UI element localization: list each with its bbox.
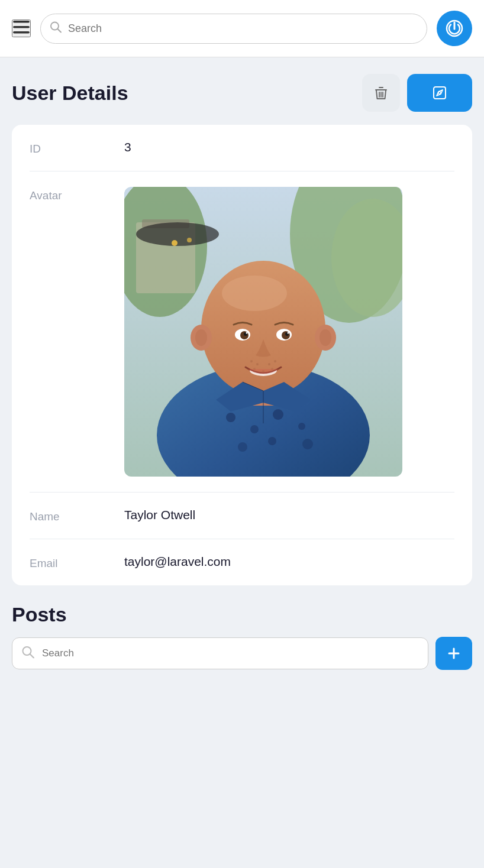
name-value: Taylor Otwell (124, 508, 195, 522)
svg-point-53 (195, 329, 207, 346)
email-row: Email taylor@laravel.com (30, 539, 454, 585)
svg-point-46 (268, 363, 270, 365)
page-header: User Details (12, 74, 472, 112)
search-container (40, 14, 427, 44)
edit-icon (431, 85, 448, 101)
email-value: taylor@laravel.com (124, 555, 231, 569)
hamburger-menu-button[interactable] (12, 20, 31, 37)
svg-point-42 (246, 332, 248, 334)
svg-rect-1 (13, 26, 30, 28)
avatar-row: Avatar (30, 171, 454, 493)
svg-point-29 (268, 437, 276, 445)
id-row: ID 3 (30, 125, 454, 171)
app-header (0, 0, 484, 57)
posts-search-input[interactable] (12, 637, 428, 669)
email-label: Email (30, 555, 124, 570)
search-input[interactable] (40, 14, 427, 44)
user-detail-card: ID 3 Avatar (12, 125, 472, 585)
svg-rect-7 (375, 89, 387, 90)
svg-point-47 (274, 360, 276, 362)
svg-rect-12 (434, 87, 446, 99)
svg-rect-8 (379, 87, 383, 88)
delete-button[interactable] (362, 74, 400, 112)
id-label: ID (30, 140, 124, 156)
plus-icon (447, 646, 461, 660)
posts-title: Posts (12, 603, 472, 626)
avatar-label: Avatar (30, 187, 124, 202)
svg-point-26 (273, 409, 283, 420)
name-label: Name (30, 508, 124, 523)
name-row: Name Taylor Otwell (30, 493, 454, 539)
edit-button[interactable] (407, 74, 472, 112)
page-content: User Details (0, 57, 484, 682)
svg-point-24 (226, 413, 235, 422)
posts-search-container (12, 637, 428, 669)
svg-point-28 (238, 442, 247, 452)
svg-point-48 (253, 368, 256, 370)
posts-search-icon (21, 646, 34, 662)
svg-rect-2 (13, 31, 30, 34)
svg-line-56 (30, 654, 34, 658)
svg-point-25 (250, 425, 259, 433)
svg-point-27 (298, 423, 305, 430)
page-title: User Details (12, 82, 128, 105)
posts-section: Posts (12, 603, 472, 670)
power-icon (445, 19, 464, 38)
svg-point-45 (256, 363, 259, 365)
svg-point-30 (302, 439, 313, 449)
svg-point-44 (250, 360, 253, 362)
add-post-button[interactable] (435, 637, 472, 670)
svg-point-43 (288, 332, 289, 334)
svg-point-50 (271, 368, 273, 370)
svg-point-35 (222, 276, 287, 311)
id-value: 3 (124, 140, 131, 154)
svg-point-54 (320, 329, 331, 346)
trash-icon (373, 85, 389, 101)
avatar (124, 187, 402, 477)
posts-search-row (12, 637, 472, 670)
svg-rect-0 (13, 21, 30, 23)
svg-point-20 (136, 222, 219, 246)
svg-point-21 (172, 240, 178, 246)
svg-point-13 (438, 92, 441, 94)
svg-point-22 (187, 238, 192, 242)
svg-point-49 (262, 370, 264, 373)
header-actions (362, 74, 472, 112)
power-button[interactable] (437, 11, 472, 46)
